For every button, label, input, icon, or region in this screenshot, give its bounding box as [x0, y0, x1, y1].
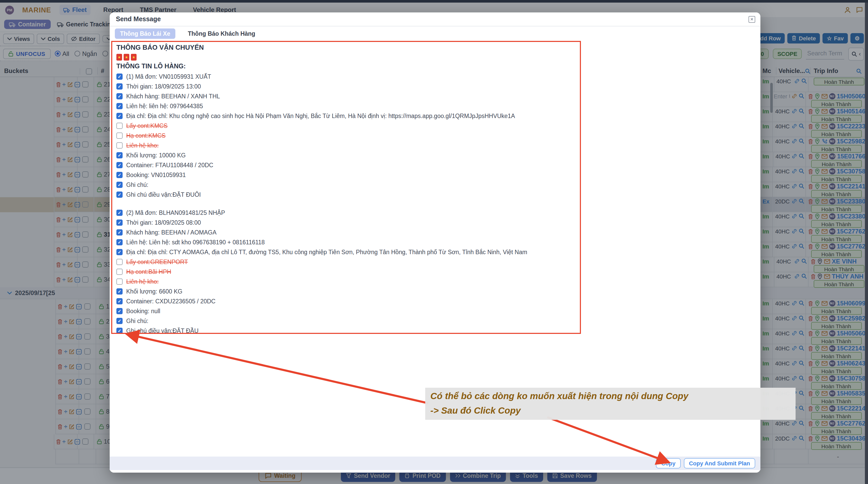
- line-checkbox[interactable]: ✓: [116, 103, 123, 109]
- message-line: ✓ Khách hàng: BEEHAN / XANH THL: [116, 91, 576, 101]
- line-checkbox[interactable]: ✓: [116, 249, 123, 255]
- line-checkbox[interactable]: [116, 142, 123, 148]
- line-text: Ghi chú:: [126, 181, 149, 188]
- message-line: ✓ (1) Mã đơn: VN01059931 XUẤT: [116, 72, 576, 81]
- message-line: ✓ Ghi chú điều vận:ĐẶT ĐẦU: [116, 325, 576, 334]
- line-text: Khách hàng: BEEHAN / XANH THL: [126, 93, 220, 99]
- line-text: Ghi chú điều vận:ĐẶT ĐẦU: [126, 328, 199, 334]
- line-text: Khối lượng: 10000 KG: [126, 152, 186, 158]
- line-checkbox[interactable]: ✓: [116, 318, 123, 324]
- line-text: (1) Mã đơn: VN01059931 XUẤT: [126, 73, 211, 80]
- line-checkbox[interactable]: ✓: [116, 162, 123, 168]
- message-line: Lấy cont:GREENPORT: [116, 257, 576, 266]
- message-heading: THÔNG BÁO VẬN CHUYỂN: [116, 42, 576, 53]
- message-line: ✓ Thời gian: 18/09/2025 13:00: [116, 81, 576, 91]
- line-checkbox[interactable]: [116, 268, 123, 275]
- message-line: ✓ (2) Mã đơn: BLHAN091481/25 NHẬP: [116, 207, 576, 218]
- flag-icons: ★★★: [116, 53, 576, 62]
- line-checkbox[interactable]: ✓: [116, 288, 123, 294]
- message-line: ✓ Khách hàng: BEEHAN / AOMAGA: [116, 227, 576, 237]
- message-line: ✓ Địa chỉ: Địa chỉ: Khu công nghệ cao si…: [116, 111, 576, 121]
- line-checkbox[interactable]: ✓: [116, 328, 123, 334]
- message-subheading: THÔNG TIN LÔ HÀNG:: [116, 62, 576, 72]
- annotation-note: Có thể bỏ các dòng ko muốn xuất hiện tro…: [425, 388, 796, 420]
- line-text: Địa chỉ: Địa chỉ: Khu công nghệ cao sinh…: [126, 113, 515, 119]
- message-line: ✓ Container: FTAU1108448 / 20DC: [116, 160, 576, 170]
- message-line: ✓ Liên hệ: Liên hệ: sdt kho 0967638190 +…: [116, 237, 576, 247]
- line-text: Hạ cont:KMCS: [126, 132, 165, 139]
- message-preview-box: THÔNG BÁO VẬN CHUYỂN ★★★ THÔNG TIN LÔ HÀ…: [111, 41, 581, 334]
- line-text: Booking: null: [126, 308, 160, 314]
- line-checkbox[interactable]: ✓: [116, 172, 123, 178]
- message-lines: ✓ (1) Mã đơn: VN01059931 XUẤT ✓ Thời gia…: [116, 72, 576, 334]
- line-checkbox[interactable]: ✓: [116, 181, 123, 188]
- line-checkbox[interactable]: [116, 122, 123, 129]
- vietnam-flag-icon: ★: [116, 54, 122, 61]
- modal-header: Send Message ✕: [110, 12, 761, 26]
- message-line: ✓ Ghi chú điều vận:ĐẶT ĐUÔI: [116, 190, 576, 199]
- message-line: ✓ Container: CXDU2236505 / 20DC: [116, 296, 576, 306]
- message-line: Hạ cont:KMCS: [116, 131, 576, 140]
- message-line: ✓ Ghi chú:: [116, 316, 576, 325]
- line-checkbox[interactable]: ✓: [116, 83, 123, 89]
- message-line: ✓ Booking: null: [116, 306, 576, 316]
- message-line: ✓ Thời gian: 18/09/2025 08:00: [116, 218, 576, 227]
- line-checkbox[interactable]: ✓: [116, 73, 123, 80]
- line-text: Khách hàng: BEEHAN / AOMAGA: [126, 229, 216, 235]
- line-checkbox[interactable]: ✓: [116, 93, 123, 99]
- line-checkbox[interactable]: ✓: [116, 239, 123, 245]
- line-checkbox[interactable]: [116, 132, 123, 139]
- line-text: Ghi chú điều vận:ĐẶT ĐUÔI: [126, 191, 201, 198]
- line-text: Lấy cont:GREENPORT: [126, 259, 188, 265]
- vietnam-flag-icon: ★: [124, 54, 129, 61]
- tab-thông-báo-lái-xe[interactable]: Thông Báo Lái Xe: [115, 28, 175, 38]
- message-line: ✓ Khối lượng: 6600 KG: [116, 286, 576, 296]
- message-line: ✓ Ghi chú:: [116, 180, 576, 190]
- copy-and-submit-plan-button[interactable]: Copy And Submit Plan: [684, 458, 755, 468]
- message-line: Liên hệ kho:: [116, 277, 576, 286]
- line-text: Liên hệ: Liên hệ: sdt kho 0967638190 + 0…: [126, 239, 265, 245]
- tab-thông-báo-khách-hàng[interactable]: Thông Báo Khách Hàng: [183, 28, 260, 38]
- message-line: ✓ Booking: VN01059931: [116, 170, 576, 180]
- line-checkbox[interactable]: ✓: [116, 308, 123, 314]
- annotation-line-1: Có thể bỏ các dòng ko muốn xuất hiện tro…: [430, 389, 790, 403]
- message-line: ✓ Địa chỉ: Địa chỉ: CTY AOMAGA, địa chỉ …: [116, 247, 576, 257]
- window-edge: [865, 3, 868, 484]
- line-text: Liên hệ: liên hệ: 0979644385: [126, 103, 203, 109]
- copy-button[interactable]: Copy: [656, 458, 681, 468]
- line-text: (2) Mã đơn: BLHAN091481/25 NHẬP: [126, 209, 225, 216]
- line-text: Booking: VN01059931: [126, 172, 186, 178]
- line-checkbox[interactable]: [116, 278, 123, 284]
- line-checkbox[interactable]: ✓: [116, 209, 123, 216]
- vietnam-flag-icon: ★: [131, 54, 136, 61]
- line-text: Hạ cont:Bãi HPH: [126, 268, 171, 275]
- line-text: Địa chỉ: Địa chỉ: CTY AOMAGA, địa chỉ Lô…: [126, 249, 527, 255]
- modal-title: Send Message: [116, 16, 161, 23]
- close-icon[interactable]: ✕: [748, 16, 755, 23]
- line-checkbox[interactable]: ✓: [116, 219, 123, 225]
- message-line: ✓ Liên hệ: liên hệ: 0979644385: [116, 101, 576, 111]
- line-text: Container: FTAU1108448 / 20DC: [126, 162, 213, 168]
- line-text: Khối lượng: 6600 KG: [126, 288, 182, 294]
- line-text: Liên hệ kho:: [126, 278, 159, 284]
- line-checkbox[interactable]: ✓: [116, 191, 123, 198]
- line-checkbox[interactable]: ✓: [116, 229, 123, 235]
- message-line: Hạ cont:Bãi HPH: [116, 266, 576, 277]
- message-line: ✓ Khối lượng: 10000 KG: [116, 150, 576, 160]
- line-checkbox[interactable]: ✓: [116, 113, 123, 119]
- line-checkbox[interactable]: [116, 259, 123, 265]
- message-line: Liên hệ kho:: [116, 140, 576, 150]
- app-root: PM MARINE FleetReportTMS PartnerVehicle …: [0, 0, 868, 484]
- line-text: Thời gian: 18/09/2025 13:00: [126, 83, 201, 89]
- annotation-line-2: -> Sau đó Click Copy: [430, 403, 790, 418]
- line-text: Lấy cont:KMCS: [126, 122, 167, 129]
- modal-footer: CopyCopy And Submit Plan: [110, 457, 761, 470]
- modal-tabs: Thông Báo Lái XeThông Báo Khách Hàng: [110, 26, 761, 40]
- line-text: Ghi chú:: [126, 318, 149, 324]
- line-checkbox[interactable]: ✓: [116, 152, 123, 158]
- line-text: Thời gian: 18/09/2025 08:00: [126, 219, 201, 225]
- line-text: Liên hệ kho:: [126, 142, 159, 148]
- line-checkbox[interactable]: ✓: [116, 298, 123, 304]
- message-line: Lấy cont:KMCS: [116, 121, 576, 131]
- line-text: Container: CXDU2236505 / 20DC: [126, 298, 215, 304]
